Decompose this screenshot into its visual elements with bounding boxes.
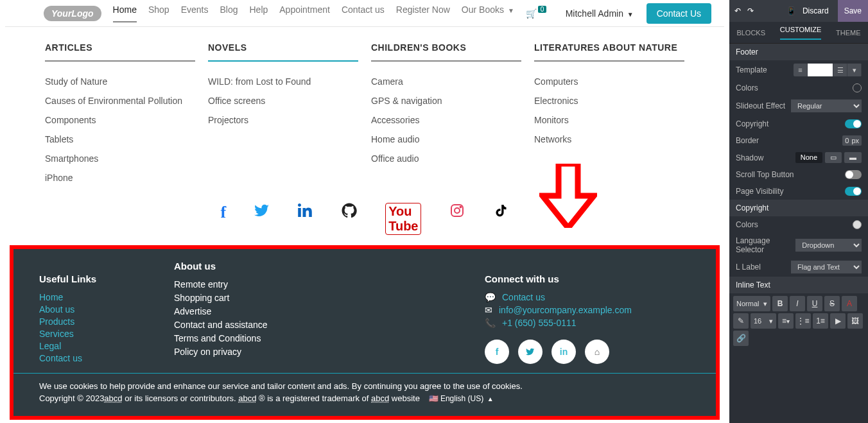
mega-item[interactable]: GPS & navigation xyxy=(371,91,521,110)
nav-home[interactable]: Home xyxy=(113,4,137,22)
mega-item[interactable]: Tablets xyxy=(45,130,195,149)
cart-button[interactable]: 🛒 0 xyxy=(526,8,547,19)
save-button[interactable]: Save xyxy=(838,0,868,22)
nav-ourbooks[interactable]: Our Books ▼ xyxy=(462,4,514,22)
discard-button[interactable]: Discard xyxy=(803,6,829,15)
mega-item[interactable]: Monitors xyxy=(534,110,684,130)
mega-item[interactable]: Components xyxy=(45,110,195,130)
template-opt-1[interactable]: ≡ xyxy=(794,64,808,76)
mega-item[interactable]: Office screens xyxy=(208,91,358,110)
footer-link-about[interactable]: About us xyxy=(39,304,142,315)
scrolltop-toggle[interactable] xyxy=(845,170,862,179)
text-color-button[interactable]: A xyxy=(842,296,857,311)
copyright-color-picker[interactable] xyxy=(853,220,862,229)
pagevis-toggle[interactable] xyxy=(845,187,862,196)
language-selector[interactable]: 🇺🇸 English (US) ▲ xyxy=(429,394,494,403)
footer-link-home[interactable]: Home xyxy=(39,292,142,302)
footer-link-services[interactable]: Services xyxy=(39,329,142,339)
footer-link-contact[interactable]: Contact us xyxy=(39,353,142,363)
link-button[interactable]: 🔗 xyxy=(733,331,749,346)
italic-button[interactable]: I xyxy=(790,296,805,311)
shadow-none[interactable]: None xyxy=(795,152,822,163)
image-button[interactable]: 🖼 xyxy=(847,313,863,329)
redo-icon[interactable]: ↷ xyxy=(747,6,754,15)
highlight-button[interactable]: ✎ xyxy=(733,313,749,329)
mega-item[interactable]: Causes of Environmental Pollution xyxy=(45,91,195,110)
youtube-icon[interactable]: YouTube xyxy=(385,203,421,235)
mobile-preview-icon[interactable]: 📱 xyxy=(786,6,796,15)
footer-about-item[interactable]: Remote entry xyxy=(174,279,367,289)
nav-contactus[interactable]: Contact us xyxy=(342,4,385,22)
footer-twitter-icon[interactable] xyxy=(518,340,542,364)
footer-about-item[interactable]: Policy on privacy xyxy=(174,347,367,357)
mega-title: ARTICLES xyxy=(45,42,195,62)
footer-home-icon[interactable]: ⌂ xyxy=(585,340,609,364)
nav-blog[interactable]: Blog xyxy=(220,4,238,22)
template-segment[interactable]: ≡ ☰ ▾ xyxy=(794,64,862,76)
footer-about-item[interactable]: Terms and Conditions xyxy=(174,333,367,343)
border-input[interactable]: 0 px xyxy=(842,135,862,146)
mega-item[interactable]: Home audio xyxy=(371,130,521,149)
mega-title: LITERATURES ABOUT NATURE xyxy=(534,42,684,62)
strike-button[interactable]: S xyxy=(824,296,840,311)
label-pagevis: Page Visibility xyxy=(736,187,783,196)
underline-button[interactable]: U xyxy=(807,296,822,311)
font-style-select[interactable]: Normal▾ xyxy=(733,296,770,311)
twitter-icon[interactable] xyxy=(254,203,270,235)
shadow-outset-icon[interactable]: ▭ xyxy=(825,152,842,163)
logo[interactable]: YourLogo xyxy=(44,6,101,21)
footer-contactus-link[interactable]: Contact us xyxy=(502,292,545,302)
align-button[interactable]: ≡▾ xyxy=(778,313,794,329)
mega-item[interactable]: Study of Nature xyxy=(45,72,195,91)
tiktok-icon[interactable] xyxy=(493,203,508,235)
footer-phone-link[interactable]: +1 (650) 555-0111 xyxy=(502,318,577,328)
tab-customize[interactable]: CUSTOMIZE xyxy=(780,26,822,40)
copyright-toggle[interactable] xyxy=(845,119,862,128)
mega-item[interactable]: Accessories xyxy=(371,110,521,130)
bold-button[interactable]: B xyxy=(772,296,788,311)
langsel-select[interactable]: Dropdown xyxy=(795,239,862,252)
contact-us-button[interactable]: Contact Us xyxy=(647,3,711,24)
mega-item[interactable]: Camera xyxy=(371,72,521,91)
color-picker[interactable] xyxy=(853,83,862,92)
tab-blocks[interactable]: BLOCKS xyxy=(736,29,765,37)
instagram-icon[interactable] xyxy=(449,203,465,235)
mega-item[interactable]: Smartphones xyxy=(45,149,195,168)
ol-button[interactable]: 1≡ xyxy=(813,313,828,329)
linkedin-icon[interactable] xyxy=(298,203,313,235)
nav-register[interactable]: Register Now xyxy=(396,4,450,22)
mega-item[interactable]: Networks xyxy=(534,130,684,149)
github-icon[interactable] xyxy=(342,203,357,235)
footer-link-products[interactable]: Products xyxy=(39,316,142,327)
tab-theme[interactable]: THEME xyxy=(836,29,861,37)
footer-about-item[interactable]: Shopping cart xyxy=(174,293,367,303)
undo-icon[interactable]: ↶ xyxy=(734,6,741,15)
ul-button[interactable]: ⋮≡ xyxy=(795,313,811,329)
slideout-select[interactable]: Regular xyxy=(791,99,862,112)
mega-item[interactable]: Office audio xyxy=(371,149,521,168)
media-button[interactable]: ▶ xyxy=(830,313,846,329)
user-dropdown[interactable]: Mitchell Admin ▼ xyxy=(566,8,634,19)
nav-shop[interactable]: Shop xyxy=(148,4,169,22)
nav-help[interactable]: Help xyxy=(249,4,268,22)
nav-events[interactable]: Events xyxy=(181,4,209,22)
mega-item[interactable]: WILD: from Lost to Found xyxy=(208,72,358,91)
footer-link-legal[interactable]: Legal xyxy=(39,341,142,351)
template-opt-2[interactable] xyxy=(808,64,833,76)
mega-item[interactable]: Projectors xyxy=(208,110,358,130)
mega-item[interactable]: Electronics xyxy=(534,91,684,110)
shadow-inset-icon[interactable]: ▬ xyxy=(844,152,862,163)
footer-about-item[interactable]: Contact and assistance xyxy=(174,320,367,330)
footer-about-item[interactable]: Advertise xyxy=(174,306,367,316)
template-opt-3[interactable]: ☰ xyxy=(833,64,847,76)
footer-facebook-icon[interactable]: f xyxy=(485,340,509,364)
facebook-icon[interactable]: f xyxy=(221,203,227,235)
nav-appointment[interactable]: Appointment xyxy=(279,4,330,22)
font-size-select[interactable]: 16▾ xyxy=(751,313,776,329)
template-opt-more[interactable]: ▾ xyxy=(847,64,862,76)
footer-email-link[interactable]: info@yourcompany.example.com xyxy=(499,305,632,315)
langlabel-select[interactable]: Flag and Text xyxy=(791,261,862,273)
mega-item[interactable]: Computers xyxy=(534,72,684,91)
footer-linkedin-icon[interactable]: in xyxy=(551,340,576,364)
mega-item[interactable]: iPhone xyxy=(45,168,195,187)
